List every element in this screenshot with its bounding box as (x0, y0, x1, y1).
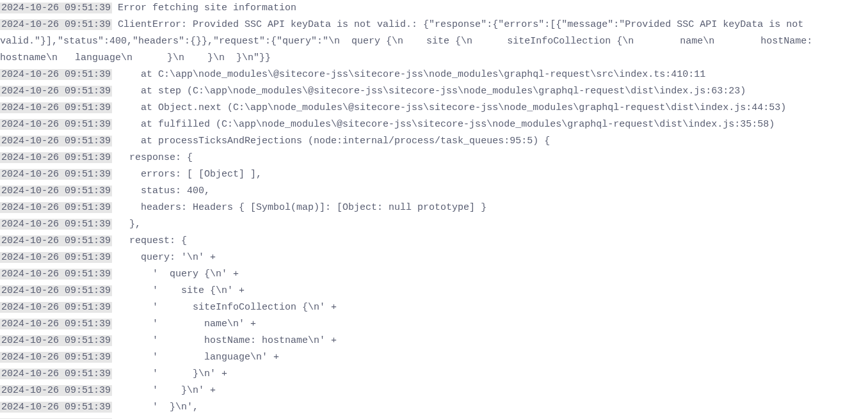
log-timestamp: 2024-10-26 09:51:39 (0, 152, 112, 163)
log-message: Error fetching site information (112, 3, 296, 13)
log-line: 2024-10-26 09:51:39 query: '\n' + (0, 249, 868, 266)
log-line: 2024-10-26 09:51:39 ' language\n' + (0, 349, 868, 366)
log-line: 2024-10-26 09:51:39 response: { (0, 150, 868, 166)
log-timestamp: 2024-10-26 09:51:39 (0, 102, 112, 113)
log-message: }, (112, 219, 141, 230)
log-timestamp: 2024-10-26 09:51:39 (0, 252, 112, 263)
log-timestamp: 2024-10-26 09:51:39 (0, 19, 112, 30)
log-timestamp: 2024-10-26 09:51:39 (0, 285, 112, 296)
log-timestamp: 2024-10-26 09:51:39 (0, 186, 112, 196)
log-line: 2024-10-26 09:51:39 }, (0, 216, 868, 233)
log-message: ' }\n' + (112, 368, 227, 379)
log-timestamp: 2024-10-26 09:51:39 (0, 69, 112, 80)
log-message: at processTicksAndRejections (node:inter… (112, 136, 550, 146)
log-message: response: { (112, 152, 193, 163)
log-timestamp: 2024-10-26 09:51:39 (0, 302, 112, 313)
log-message: ' siteInfoCollection {\n' + (112, 302, 337, 313)
log-line: 2024-10-26 09:51:39 errors: [ [Object] ]… (0, 166, 868, 183)
log-timestamp: 2024-10-26 09:51:39 (0, 86, 112, 97)
log-line: 2024-10-26 09:51:39 ' site {\n' + (0, 283, 868, 299)
log-message: ' query {\n' + (112, 269, 239, 280)
log-message: at step (C:\app\node_modules\@sitecore-j… (112, 86, 746, 97)
log-message: headers: Headers { [Symbol(map)]: [Objec… (112, 202, 486, 213)
log-message: ' name\n' + (112, 319, 256, 329)
log-message: ' language\n' + (112, 352, 279, 363)
log-timestamp: 2024-10-26 09:51:39 (0, 3, 112, 13)
log-line: 2024-10-26 09:51:39 ' query {\n' + (0, 266, 868, 283)
log-message: ClientError: Provided SSC API keyData is… (0, 19, 818, 63)
log-line: 2024-10-26 09:51:39 ' siteInfoCollection… (0, 299, 868, 316)
log-line: 2024-10-26 09:51:39 headers: Headers { [… (0, 200, 868, 216)
log-line: 2024-10-26 09:51:39 status: 400, (0, 183, 868, 200)
log-line: 2024-10-26 09:51:39 at fulfilled (C:\app… (0, 116, 868, 133)
log-line: 2024-10-26 09:51:39 ' name\n' + (0, 316, 868, 333)
log-timestamp: 2024-10-26 09:51:39 (0, 219, 112, 230)
log-line: 2024-10-26 09:51:39 at Object.next (C:\a… (0, 100, 868, 116)
log-line: 2024-10-26 09:51:39 ' }\n', (0, 399, 868, 416)
log-message: ' }\n', (112, 402, 198, 413)
log-line: 2024-10-26 09:51:39 ' }\n' + (0, 366, 868, 383)
log-timestamp: 2024-10-26 09:51:39 (0, 319, 112, 329)
log-message: query: '\n' + (112, 252, 216, 263)
log-line: 2024-10-26 09:51:39 at C:\app\node_modul… (0, 67, 868, 83)
log-line: 2024-10-26 09:51:39 Error fetching site … (0, 0, 868, 17)
log-timestamp: 2024-10-26 09:51:39 (0, 352, 112, 363)
log-timestamp: 2024-10-26 09:51:39 (0, 402, 112, 413)
log-message: ' site {\n' + (112, 285, 245, 296)
log-timestamp: 2024-10-26 09:51:39 (0, 335, 112, 346)
log-timestamp: 2024-10-26 09:51:39 (0, 202, 112, 213)
log-timestamp: 2024-10-26 09:51:39 (0, 169, 112, 180)
log-message: errors: [ [Object] ], (112, 169, 262, 180)
log-message: request: { (112, 235, 187, 246)
log-timestamp: 2024-10-26 09:51:39 (0, 235, 112, 246)
log-message: ' hostName: hostname\n' + (112, 335, 337, 346)
log-message: at C:\app\node_modules\@sitecore-jss\sit… (112, 69, 705, 80)
log-timestamp: 2024-10-26 09:51:39 (0, 119, 112, 130)
log-timestamp: 2024-10-26 09:51:39 (0, 269, 112, 280)
log-line: 2024-10-26 09:51:39 at processTicksAndRe… (0, 133, 868, 150)
log-line: 2024-10-26 09:51:39 ClientError: Provide… (0, 17, 868, 67)
log-message: ' }\n' + (112, 385, 216, 396)
log-line: 2024-10-26 09:51:39 ' hostName: hostname… (0, 333, 868, 349)
log-line: 2024-10-26 09:51:39 at step (C:\app\node… (0, 83, 868, 100)
log-timestamp: 2024-10-26 09:51:39 (0, 368, 112, 379)
log-line: 2024-10-26 09:51:39 ' }\n' + (0, 383, 868, 399)
log-timestamp: 2024-10-26 09:51:39 (0, 136, 112, 146)
log-message: at Object.next (C:\app\node_modules\@sit… (112, 102, 786, 113)
log-output: 2024-10-26 09:51:39 Error fetching site … (0, 0, 868, 419)
log-line: 2024-10-26 09:51:39 variables: undefined (0, 416, 868, 419)
log-timestamp: 2024-10-26 09:51:39 (0, 385, 112, 396)
log-message: at fulfilled (C:\app\node_modules\@sitec… (112, 119, 775, 130)
log-message: status: 400, (112, 186, 210, 196)
log-line: 2024-10-26 09:51:39 request: { (0, 233, 868, 249)
